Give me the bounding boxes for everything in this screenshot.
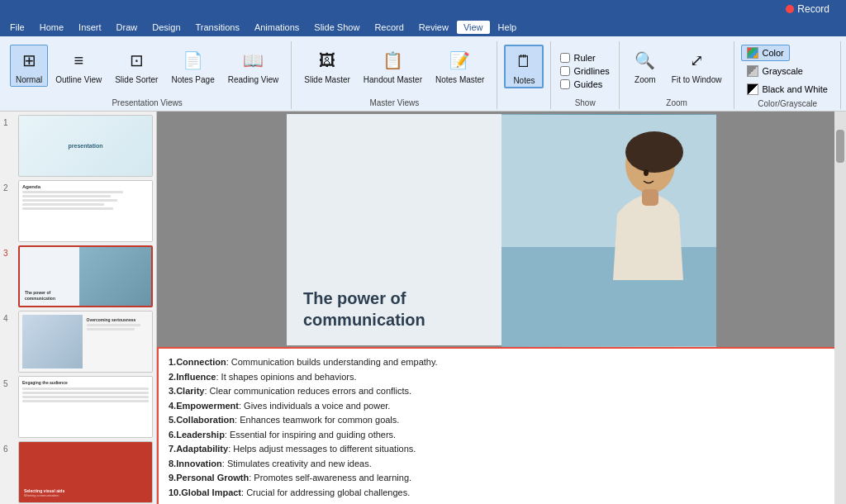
color-btn[interactable]: Color: [741, 45, 789, 61]
normal-btn[interactable]: ⊞ Normal: [10, 45, 48, 87]
master-views-label: Master Views: [369, 98, 419, 109]
presentation-views-label: Presentation Views: [112, 98, 182, 109]
fit-to-window-btn[interactable]: ⤢ Fit to Window: [666, 45, 728, 87]
scroll-area[interactable]: [834, 112, 846, 504]
menu-file[interactable]: File: [3, 21, 31, 34]
slide-img-5: Engaging the audience: [18, 376, 153, 438]
guides-label: Guides: [573, 79, 602, 89]
content-area: The power of communication: [157, 112, 846, 504]
slide-num-4: 4: [3, 311, 15, 323]
ruler-input[interactable]: [560, 53, 570, 63]
notes-page-icon: 📄: [180, 47, 207, 74]
slide-master-btn[interactable]: 🖼 Slide Master: [298, 45, 356, 87]
top-bar: Record: [0, 0, 846, 18]
menu-home[interactable]: Home: [33, 21, 70, 34]
outline-view-icon: ≡: [65, 47, 92, 74]
slide-num-5: 5: [3, 376, 15, 388]
menu-draw[interactable]: Draw: [110, 21, 145, 34]
notes-item-3: 3.Clarity: Clear communication reduces e…: [169, 384, 834, 398]
menu-animations[interactable]: Animations: [248, 21, 306, 34]
slide-master-icon: 🖼: [314, 47, 340, 74]
menu-help[interactable]: Help: [492, 21, 524, 34]
notes-btn[interactable]: 🗒 Notes: [504, 45, 544, 88]
slide-sorter-btn[interactable]: ⊡ Slide Sorter: [109, 45, 164, 87]
fit-to-window-icon: ⤢: [683, 47, 710, 74]
show-group: Ruler Gridlines Guides Show: [551, 41, 619, 109]
color-group-label: Color/Grayscale: [758, 99, 817, 110]
slide-canvas: The power of communication: [157, 112, 846, 347]
guides-input[interactable]: [560, 79, 570, 89]
ruler-checkbox[interactable]: Ruler: [558, 52, 597, 64]
notes-buttons: 🗒 Notes: [504, 41, 544, 107]
bw-swatch: [747, 83, 758, 95]
slide-img-2: Agenda: [18, 180, 153, 242]
reading-view-btn[interactable]: 📖 Reading View: [222, 45, 285, 87]
gridlines-checkbox[interactable]: Gridlines: [558, 65, 611, 77]
slide-img-4: Overcoming seriousness: [18, 311, 153, 373]
window-group: 🪟 New Window Arrange All Cascade Move Sp…: [841, 41, 846, 109]
slide-img-6: Selecting visual aids Winning communicat…: [18, 441, 153, 503]
record-button[interactable]: Record: [776, 0, 839, 18]
slide-img-1: presentation: [18, 115, 153, 177]
menu-review[interactable]: Review: [412, 21, 455, 34]
notes-label: Notes: [513, 76, 535, 85]
menu-record[interactable]: Record: [368, 21, 410, 34]
notes-item-10: 10.Global Impact: Crucial for addressing…: [169, 486, 834, 500]
notes-item-7: 7.Adaptability: Helps adjust messages to…: [169, 442, 834, 456]
handout-master-icon: 📋: [379, 47, 406, 74]
slides-panel[interactable]: 1 presentation 2 Agenda: [0, 112, 157, 504]
notes-icon: 🗒: [511, 48, 537, 74]
reading-view-label: Reading View: [228, 75, 279, 84]
slide-thumb-3[interactable]: 3 The power of communication: [3, 245, 153, 307]
slide-num-1: 1: [3, 115, 15, 127]
presentation-views-group: ⊞ Normal ≡ Outline View ⊡ Slide Sorter 📄…: [3, 41, 292, 109]
notes-item-6: 6.Leadership: Essential for inspiring an…: [169, 428, 834, 442]
slide-thumb-4[interactable]: 4 Overcoming seriousness: [3, 311, 153, 373]
notes-item-1: 1.Connection: Communication builds under…: [169, 355, 834, 369]
show-group-label: Show: [575, 98, 596, 109]
gridlines-input[interactable]: [560, 66, 570, 76]
outline-view-btn[interactable]: ≡ Outline View: [50, 45, 107, 87]
slide-num-6: 6: [3, 441, 15, 454]
main-slide: The power of communication: [287, 114, 716, 345]
notes-item-8: 8.Innovation: Stimulates creativity and …: [169, 457, 834, 471]
notes-page-btn[interactable]: 📄 Notes Page: [165, 45, 220, 87]
slide-top-section: The power of communication: [287, 114, 716, 347]
guides-checkbox[interactable]: Guides: [558, 78, 605, 90]
reading-view-icon: 📖: [240, 47, 266, 74]
notes-item-9: 9.Personal Growth: Promotes self-awarene…: [169, 471, 834, 485]
notes-master-icon: 📝: [447, 47, 473, 74]
grayscale-btn[interactable]: Grayscale: [741, 63, 809, 79]
normal-label: Normal: [16, 75, 42, 84]
notes-area[interactable]: 1.Connection: Communication builds under…: [157, 347, 846, 504]
zoom-group: 🔍 Zoom ⤢ Fit to Window Zoom: [620, 41, 735, 109]
notes-master-btn[interactable]: 📝 Notes Master: [430, 45, 490, 87]
grayscale-label: Grayscale: [762, 66, 803, 76]
record-dot: [786, 5, 794, 13]
outline-view-label: Outline View: [55, 75, 102, 84]
zoom-btn[interactable]: 🔍 Zoom: [626, 45, 664, 87]
handout-master-btn[interactable]: 📋 Handout Master: [358, 45, 428, 87]
show-buttons: Ruler Gridlines Guides: [558, 41, 611, 98]
menu-insert[interactable]: Insert: [72, 21, 108, 34]
menu-slideshow[interactable]: Slide Show: [307, 21, 366, 34]
notes-item-5: 5.Collaboration: Enhances teamwork for c…: [169, 413, 834, 427]
ribbon-content: ⊞ Normal ≡ Outline View ⊡ Slide Sorter 📄…: [0, 40, 846, 111]
slide-thumb-1[interactable]: 1 presentation: [3, 115, 153, 177]
slide-thumb-6[interactable]: 6 Selecting visual aids Winning communic…: [3, 441, 153, 503]
grayscale-swatch: [747, 65, 758, 77]
slide-thumb-2[interactable]: 2 Agenda: [3, 180, 153, 242]
scroll-thumb[interactable]: [836, 130, 844, 163]
black-white-btn[interactable]: Black and White: [741, 81, 833, 97]
slide-sorter-label: Slide Sorter: [115, 75, 158, 84]
color-buttons: Color Grayscale Black and White: [741, 41, 833, 99]
svg-point-3: [625, 131, 683, 173]
menu-transitions[interactable]: Transitions: [189, 21, 246, 34]
slide-num-2: 2: [3, 180, 15, 193]
zoom-group-label: Zoom: [666, 98, 687, 109]
slide-thumb-5[interactable]: 5 Engaging the audience: [3, 376, 153, 438]
menu-design[interactable]: Design: [145, 21, 187, 34]
zoom-label: Zoom: [634, 75, 656, 84]
menu-view[interactable]: View: [457, 21, 490, 34]
notes-master-label: Notes Master: [435, 75, 484, 84]
